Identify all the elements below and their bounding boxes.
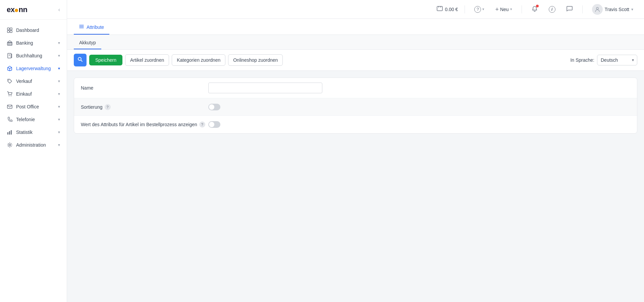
svg-rect-17 — [9, 131, 10, 135]
sortierung-toggle[interactable] — [208, 104, 220, 110]
chevron-down-icon: ▾ — [58, 79, 60, 84]
top-header: 0.00 € ? ▾ + Neu ▾ i — [67, 0, 644, 19]
sidebar-item-telefonie[interactable]: Telefonie ▾ — [0, 113, 67, 126]
sidebar-item-dashboard[interactable]: Dashboard — [0, 24, 67, 37]
sidebar-nav: Dashboard Banking ▾ — [0, 20, 67, 302]
chat-button[interactable] — [564, 3, 576, 15]
info-icon: i — [549, 6, 555, 13]
sidebar-item-label: Verkauf — [16, 79, 55, 84]
help-button[interactable]: ? ▾ — [472, 5, 487, 14]
assign-onlineshop-button[interactable]: Onlineshop zuordnen — [228, 54, 283, 66]
chevron-down-icon: ▾ — [58, 92, 60, 96]
chevron-down-icon: ▾ — [58, 117, 60, 122]
tab-label: Attribute — [87, 24, 104, 30]
sub-tab-label: Akkutyp — [79, 40, 96, 45]
list-icon — [79, 24, 84, 30]
tab-attribute[interactable]: Attribute — [74, 20, 109, 35]
sidebar-item-statistik[interactable]: Statistik ▾ — [0, 126, 67, 139]
language-label: In Sprache: — [570, 57, 594, 63]
chevron-down-icon: ▾ — [58, 66, 60, 71]
form-area: Name Sortierung ? Wert des Attributs für… — [74, 78, 637, 134]
grid-icon — [7, 27, 13, 33]
save-button[interactable]: Speichern — [89, 55, 122, 65]
new-chevron: ▾ — [510, 7, 512, 11]
sidebar-item-label: Administration — [16, 142, 55, 148]
sidebar-item-lagerverwaltung[interactable]: Lagerverwaltung ▾ — [0, 62, 67, 75]
chevron-down-icon: ▾ — [58, 143, 60, 147]
notification-dot — [536, 5, 539, 7]
wert-anzeigen-toggle[interactable] — [208, 121, 220, 128]
sidebar-item-einkauf[interactable]: Einkauf ▾ — [0, 88, 67, 100]
user-menu[interactable]: Travis Scott ▾ — [589, 3, 636, 16]
svg-point-14 — [11, 95, 11, 96]
sidebar-item-label: Post Office — [16, 104, 55, 109]
svg-rect-3 — [10, 31, 12, 33]
svg-rect-15 — [7, 105, 12, 108]
mail-icon — [7, 104, 13, 110]
header-divider — [465, 5, 465, 13]
search-icon — [77, 57, 83, 63]
language-select-wrapper: Deutsch English Français — [597, 55, 637, 65]
logo-dot — [15, 9, 18, 12]
svg-point-12 — [8, 80, 9, 81]
svg-point-21 — [596, 7, 598, 9]
wert-anzeigen-help-icon[interactable]: ? — [199, 121, 205, 128]
logo: exnn — [7, 5, 27, 14]
sidebar-logo: exnn ‹ — [0, 0, 67, 20]
phone-icon — [7, 116, 13, 122]
sidebar-item-verkauf[interactable]: Verkauf ▾ — [0, 75, 67, 88]
chevron-down-icon: ▾ — [58, 53, 60, 58]
form-row-name: Name — [74, 78, 637, 98]
sidebar-item-administration[interactable]: Administration ▾ — [0, 139, 67, 151]
sidebar-item-label: Banking — [16, 40, 55, 46]
svg-rect-18 — [11, 130, 12, 135]
user-chevron-icon: ▾ — [631, 7, 633, 12]
svg-rect-16 — [7, 132, 8, 135]
svg-rect-1 — [10, 28, 12, 30]
bank-icon — [7, 40, 13, 46]
header-divider2 — [522, 5, 522, 13]
name-input[interactable] — [208, 83, 322, 93]
new-label: Neu — [500, 7, 509, 12]
cart-summary[interactable]: 0.00 € — [437, 6, 458, 13]
header-divider3 — [582, 5, 583, 13]
page-content: Attribute Akkutyp — [67, 19, 644, 302]
language-select[interactable]: Deutsch English Français — [597, 55, 637, 65]
sortierung-label: Sortierung ? — [81, 104, 208, 110]
wert-anzeigen-label: Wert des Attributs für Artikel im Bestel… — [81, 121, 208, 128]
help-icon: ? — [474, 6, 481, 13]
name-label: Name — [81, 85, 208, 91]
notification-button[interactable] — [529, 3, 541, 15]
sidebar-item-label: Dashboard — [16, 28, 60, 33]
chevron-down-icon: ▾ — [58, 130, 60, 135]
svg-rect-0 — [7, 28, 9, 30]
sub-tab-akkutyp[interactable]: Akkutyp — [74, 37, 101, 49]
chart-icon — [7, 129, 13, 135]
sidebar: exnn ‹ Dashboard — [0, 0, 67, 302]
sidebar-item-banking[interactable]: Banking ▾ — [0, 37, 67, 49]
chevron-down-icon: ▾ — [58, 41, 60, 45]
new-button[interactable]: + Neu ▾ — [492, 5, 515, 14]
sidebar-item-label: Einkauf — [16, 91, 55, 97]
form-row-wert-anzeigen: Wert des Attributs für Artikel im Bestel… — [74, 116, 637, 133]
cart-amount: 0.00 € — [445, 7, 458, 12]
assign-categories-button[interactable]: Kategorien zuordnen — [172, 54, 225, 66]
sub-tab-bar: Akkutyp — [67, 35, 644, 50]
sidebar-toggle[interactable]: ‹ — [58, 7, 60, 13]
tag-icon — [7, 78, 13, 84]
svg-point-13 — [9, 95, 9, 96]
info-button[interactable]: i — [546, 3, 558, 15]
search-button[interactable] — [74, 54, 87, 66]
help-chevron: ▾ — [482, 7, 484, 11]
cart-icon — [7, 91, 13, 97]
box-icon — [7, 65, 13, 71]
svg-rect-2 — [7, 31, 9, 33]
sidebar-item-buchhaltung[interactable]: Buchhaltung ▾ — [0, 49, 67, 62]
assign-article-button[interactable]: Artikel zuordnen — [125, 54, 169, 66]
svg-rect-20 — [437, 6, 442, 11]
chevron-down-icon: ▾ — [58, 104, 60, 109]
sidebar-item-post-office[interactable]: Post Office ▾ — [0, 100, 67, 113]
user-avatar — [592, 4, 603, 15]
sortierung-help-icon[interactable]: ? — [105, 104, 111, 110]
sidebar-item-label: Lagerverwaltung — [16, 66, 55, 71]
